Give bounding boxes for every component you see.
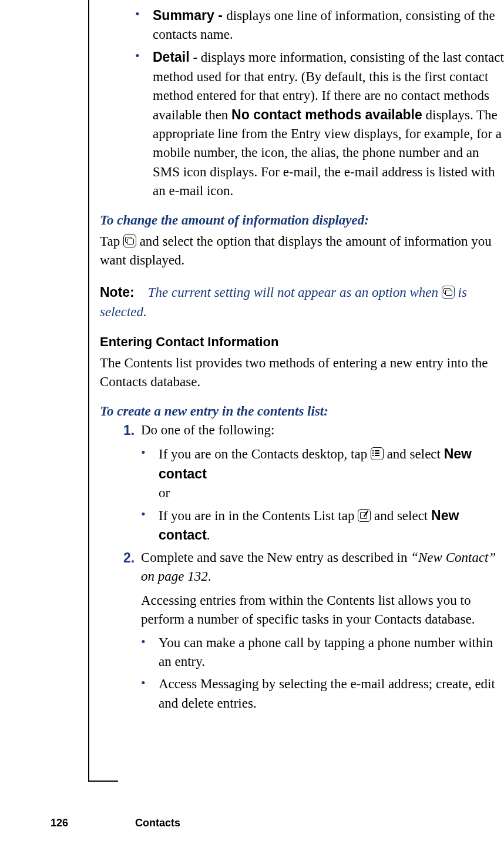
text: Tap xyxy=(100,234,123,249)
bullet-icon: • xyxy=(141,446,146,459)
view-options-list: • Summary - displays one line of informa… xyxy=(100,6,504,200)
bullet-icon: • xyxy=(141,508,146,521)
note-label: Note: xyxy=(100,284,135,300)
step-number: 2. xyxy=(123,548,135,567)
create-entry-steps: 1. Do one of the following: • If you are… xyxy=(100,421,504,713)
page-footer: 126 Contacts xyxy=(0,809,504,844)
list-item: • You can make a phone call by tapping a… xyxy=(141,634,504,671)
list-item: • If you are in in the Contents List tap… xyxy=(141,506,504,545)
edit-menu-icon xyxy=(358,509,371,522)
bullet-icon: • xyxy=(135,49,140,62)
footer-title: Contacts xyxy=(135,817,180,829)
detail-label: Detail xyxy=(153,49,190,65)
no-contact-methods-label: No contact methods available xyxy=(231,107,422,122)
list-item: • If you are on the Contacts desktop, ta… xyxy=(141,444,504,503)
step-2: 2. Complete and save the New entry as de… xyxy=(123,548,504,713)
page: • Summary - displays one line of informa… xyxy=(0,0,504,844)
side-rule xyxy=(88,0,89,782)
change-info-paragraph: Tap and select the option that displays … xyxy=(100,232,504,270)
content-area: • Summary - displays one line of informa… xyxy=(100,6,504,716)
list-item: • Access Messaging by selecting the e-ma… xyxy=(141,675,504,712)
text: If you are in in the Contents List tap xyxy=(159,508,358,523)
view-menu-icon xyxy=(442,286,455,299)
list-item: • Summary - displays one line of informa… xyxy=(135,6,504,44)
text: and select xyxy=(371,508,431,523)
entering-contact-intro: The Contents list provides two methods o… xyxy=(100,354,504,391)
change-info-heading: To change the amount of information disp… xyxy=(100,211,504,230)
period: . xyxy=(207,528,210,542)
list-menu-icon xyxy=(371,447,384,460)
entering-contact-heading: Entering Contact Information xyxy=(100,333,504,351)
bullet-icon: • xyxy=(135,8,140,21)
step-1-options: • If you are on the Contacts desktop, ta… xyxy=(141,444,504,545)
note: Note: The current setting will not appea… xyxy=(100,283,504,321)
note-text-a: The current setting will not appear as a… xyxy=(148,285,442,300)
period: . xyxy=(208,569,211,584)
view-menu-icon xyxy=(123,235,136,247)
bullet-icon: • xyxy=(141,676,146,689)
text: Complete and save the New entry as descr… xyxy=(141,550,411,565)
step-2-paragraph: Accessing entries from within the Conten… xyxy=(141,591,504,629)
step-1: 1. Do one of the following: • If you are… xyxy=(123,421,504,545)
bullet-icon: • xyxy=(141,635,146,648)
step-1-text: Do one of the following: xyxy=(141,423,274,437)
messaging-text: Access Messaging by selecting the e-mail… xyxy=(159,676,495,710)
create-entry-heading: To create a new entry in the contents li… xyxy=(100,402,504,421)
page-number: 126 xyxy=(51,817,68,829)
text: and select xyxy=(384,447,444,461)
text: If you are on the Contacts desktop, tap xyxy=(159,447,371,461)
step-2-actions: • You can make a phone call by tapping a… xyxy=(141,634,504,713)
step-number: 1. xyxy=(123,421,135,440)
or-text: or xyxy=(159,484,504,503)
summary-label: Summary - xyxy=(153,8,226,23)
list-item: • Detail - displays more information, co… xyxy=(135,48,504,200)
text: and select the option that displays the … xyxy=(100,234,492,267)
phone-call-text: You can make a phone call by tapping a p… xyxy=(159,635,493,669)
